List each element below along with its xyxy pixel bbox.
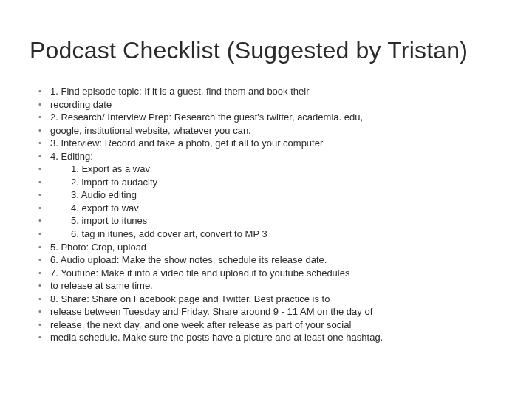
indented-text: 1. Export as a wav bbox=[50, 163, 150, 174]
checklist-line: 7. Youtube: Make it into a video file an… bbox=[43, 267, 502, 280]
checklist-line: media schedule. Make sure the posts have… bbox=[43, 331, 502, 344]
indented-text: 3. Audio editing bbox=[50, 189, 137, 200]
checklist-line: 3. Audio editing bbox=[43, 188, 502, 202]
checklist-line: 2. Research/ Interview Prep: Research th… bbox=[43, 111, 502, 124]
checklist-line: to release at same time. bbox=[43, 279, 502, 293]
indented-text: 6. tag in itunes, add cover art, convert… bbox=[50, 228, 267, 239]
checklist-line: 4. export to wav bbox=[43, 202, 502, 215]
indented-text: 4. export to wav bbox=[50, 202, 139, 214]
checklist-line: 8. Share: Share on Facebook page and Twi… bbox=[43, 293, 502, 306]
indented-text: 2. import to audacity bbox=[50, 177, 157, 188]
checklist-line: 1. Export as a wav bbox=[43, 163, 502, 176]
slide-title: Podcast Checklist (Suggested by Tristan) bbox=[30, 37, 502, 64]
indented-text: 5. import to itunes bbox=[50, 215, 147, 226]
checklist-line: recording date bbox=[43, 98, 502, 112]
checklist-line: 2. import to audacity bbox=[43, 176, 502, 189]
checklist-line: release, the next day, and one week afte… bbox=[43, 318, 502, 332]
checklist-line: 6. tag in itunes, add cover art, convert… bbox=[43, 228, 502, 241]
checklist-line: 1. Find episode topic: If it is a guest,… bbox=[43, 85, 502, 98]
checklist-line: 5. import to itunes bbox=[43, 214, 502, 228]
checklist-line: google, institutional website, whatever … bbox=[43, 124, 502, 137]
checklist-line: release between Tuesday and Friday. Shar… bbox=[43, 305, 502, 318]
checklist: 1. Find episode topic: If it is a guest,… bbox=[30, 85, 502, 344]
checklist-line: 6. Audio upload: Make the show notes, sc… bbox=[43, 253, 502, 267]
checklist-line: 4. Editing: bbox=[43, 150, 502, 163]
checklist-line: 3. Interview: Record and take a photo, g… bbox=[43, 137, 502, 150]
slide: Podcast Checklist (Suggested by Tristan)… bbox=[0, 0, 532, 399]
checklist-line: 5. Photo: Crop, upload bbox=[43, 241, 502, 254]
